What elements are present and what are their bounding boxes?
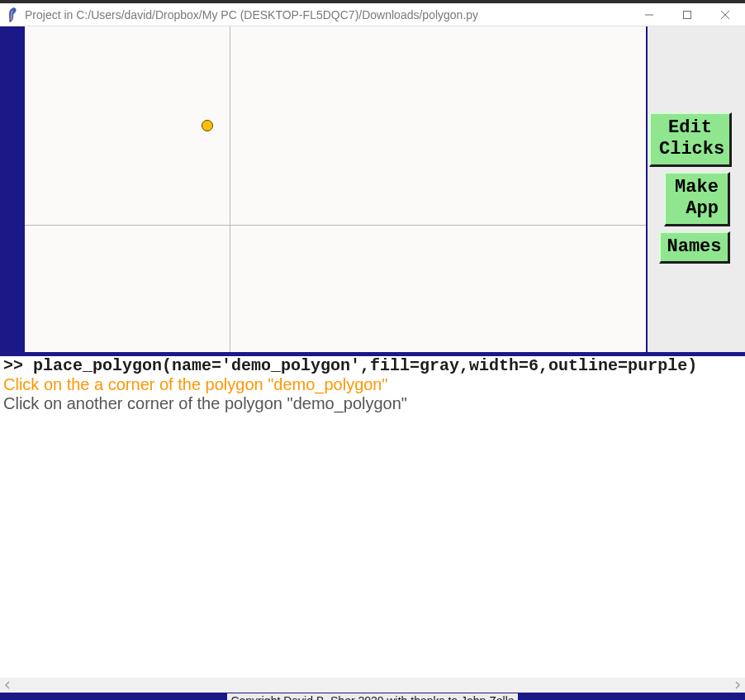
footer-credit: Copyright David B. Sher 2020 with thanks…	[227, 693, 517, 700]
window-title: Project in C:/Users/david/Dropbox/My PC …	[25, 8, 641, 21]
app-frame: Edit Clicks Make App Names	[0, 26, 745, 356]
console-area: >> place_polygon(name='demo_polygon',fil…	[0, 356, 745, 678]
maximize-icon[interactable]	[679, 7, 695, 23]
scroll-right-icon[interactable]	[733, 679, 742, 692]
svg-rect-1	[684, 11, 691, 18]
console-line: Click on another corner of the polygon "…	[0, 394, 745, 413]
button-stack: Edit Clicks Make App Names	[648, 112, 745, 264]
close-icon[interactable]	[717, 7, 733, 23]
names-button[interactable]: Names	[659, 231, 730, 264]
console-spacer	[0, 413, 745, 678]
side-panel: Edit Clicks Make App Names	[648, 26, 745, 352]
window-controls	[641, 7, 738, 23]
scroll-left-icon[interactable]	[3, 679, 12, 692]
grid-vertical-line	[230, 26, 230, 352]
edit-clicks-button[interactable]: Edit Clicks	[649, 112, 732, 167]
console-output: >> place_polygon(name='demo_polygon',fil…	[0, 356, 745, 413]
app-feather-icon	[7, 7, 18, 23]
grid-horizontal-line	[25, 225, 646, 226]
console-line: >> place_polygon(name='demo_polygon',fil…	[0, 356, 745, 375]
minimize-icon[interactable]	[641, 7, 657, 23]
make-app-button[interactable]: Make App	[664, 172, 730, 226]
console-line: Click on the a corner of the polygon "de…	[0, 375, 745, 394]
drawing-canvas[interactable]	[25, 26, 646, 352]
horizontal-scrollbar[interactable]	[0, 678, 745, 693]
title-bar: Project in C:/Users/david/Dropbox/My PC …	[0, 3, 745, 26]
polygon-corner-marker	[202, 120, 213, 131]
footer-bar: Copyright David B. Sher 2020 with thanks…	[0, 693, 745, 700]
